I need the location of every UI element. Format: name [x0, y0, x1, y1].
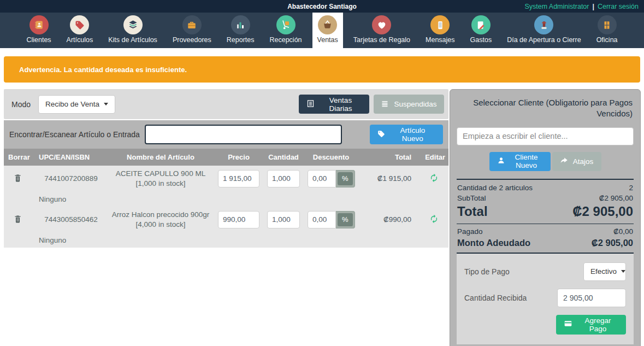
articulo-nuevo-label: Artículo Nuevo	[390, 126, 435, 143]
nav-item-label: Tarjetas de Regalo	[353, 36, 410, 44]
cliente-nuevo-button[interactable]: Cliente Nuevo	[489, 152, 551, 171]
percent-toggle-button[interactable]: %	[336, 211, 355, 228]
total-value: ₡2 905,00	[572, 204, 633, 219]
logout-link[interactable]: Cerrar sesión	[598, 3, 639, 10]
separator: |	[592, 3, 594, 10]
adeudado-value: ₡2 905,00	[592, 238, 633, 248]
percent-toggle-button[interactable]: %	[336, 170, 355, 187]
nav-item-label: Gastos	[470, 36, 492, 44]
item-price-input[interactable]	[218, 170, 259, 187]
item-upc: 7443005850462	[39, 215, 103, 224]
item-qty-input[interactable]	[267, 170, 300, 187]
list-box-icon	[306, 99, 315, 109]
share-arrow-icon	[560, 156, 568, 166]
total-label: Total	[457, 204, 488, 219]
item-modifier: Ninguno	[39, 195, 103, 203]
edit-item-button[interactable]	[419, 173, 448, 184]
nav-item-tarjetas-de-regalo[interactable]: Tarjetas de Regalo	[348, 13, 415, 48]
item-stock-text: [4,000 in stock]	[136, 220, 186, 228]
tipo-pago-value: Efectivo	[590, 267, 617, 275]
nav-item-label: Reportes	[227, 36, 255, 44]
bar-chart-icon	[231, 15, 250, 34]
mode-select[interactable]: Recibo de Venta	[38, 95, 115, 114]
item-total: ₡1 915,00	[362, 174, 411, 183]
nav-item-kits[interactable]: Kits de Artículos	[103, 13, 162, 48]
find-item-input[interactable]	[145, 125, 342, 144]
ventas-diarias-label: Ventas Diarias	[320, 96, 362, 113]
item-qty-input[interactable]	[267, 211, 300, 228]
tag-icon	[70, 15, 89, 34]
header-borrar: Borrar	[4, 153, 31, 161]
warning-text: Advertencia. La cantidad deseada es insu…	[19, 66, 187, 74]
item-discount-input[interactable]	[308, 170, 336, 187]
item-total: ₡990,00	[362, 215, 411, 224]
nav-item-recepcion[interactable]: Recepción	[264, 13, 306, 48]
content-area: Advertencia. La cantidad deseada es insu…	[0, 48, 644, 346]
note-pencil-icon	[471, 15, 491, 34]
payment-box: Tipo de Pago Efectivo Cantidad Recibida …	[457, 253, 634, 344]
mode-label: Modo	[11, 100, 31, 109]
nav-item-articulos[interactable]: Artículos	[62, 13, 98, 48]
refresh-icon	[429, 173, 439, 184]
header-cantidad: Cantidad	[267, 153, 300, 161]
agregar-pago-button[interactable]: Agregar Pago	[556, 315, 626, 335]
nav-item-proveedores[interactable]: Proveedores	[168, 13, 216, 48]
item-name: ACEITE CAPULLO 900 ML [1,000 in stock]	[111, 169, 210, 188]
items-table-header: Borrar UPC/EAN/ISBN Nombre del Artículo …	[4, 149, 448, 166]
chevron-down-icon	[104, 103, 108, 105]
tipo-pago-label: Tipo de Pago	[464, 267, 510, 276]
item-stock-text: [1,000 in stock]	[136, 179, 186, 187]
nav-item-label: Kits de Artículos	[108, 36, 157, 44]
qty-value: 2	[629, 184, 633, 192]
suspendidas-button[interactable]: Suspendidas	[374, 95, 444, 114]
nav-item-label: Clientes	[26, 36, 51, 44]
item-discount-group: %	[308, 170, 355, 187]
select-customer-title: Seleccionar Cliente (Obligatorio para Pa…	[458, 97, 633, 120]
delete-item-button[interactable]	[4, 173, 31, 184]
basket-icon	[318, 15, 337, 34]
nav-item-ventas[interactable]: Ventas	[312, 13, 343, 48]
edit-item-button[interactable]	[419, 214, 448, 225]
sale-summary: Cantidad de 2 articulos 2 SubTotal ₡2 90…	[457, 179, 634, 253]
customer-search-input[interactable]	[457, 127, 634, 145]
atajos-button[interactable]: Atajos	[552, 152, 601, 171]
nav-item-label: Recepción	[269, 36, 302, 44]
find-item-label: Encontrar/Escanear Artículo o Entrada	[9, 130, 145, 139]
chevron-down-icon	[621, 270, 625, 273]
ventas-diarias-button[interactable]: Ventas Diarias	[299, 95, 369, 114]
cantidad-recibida-input[interactable]	[557, 289, 626, 307]
nav-item-label: Artículos	[67, 36, 93, 44]
nav-item-clientes[interactable]: Clientes	[21, 13, 56, 48]
agregar-pago-label: Agregar Pago	[577, 316, 618, 333]
nav-item-dia-apertura-cierre[interactable]: Día de Apertura o Cierre	[502, 13, 586, 48]
header-editar: Editar	[419, 153, 448, 161]
summary-total-row: Total ₡2 905,00	[457, 203, 634, 222]
find-item-row: Encontrar/Escanear Artículo o Entrada Ar…	[4, 120, 448, 149]
header-upc: UPC/EAN/ISBN	[39, 153, 103, 161]
articulo-nuevo-button[interactable]: Artículo Nuevo	[370, 125, 443, 144]
top-bar: Abastecedor Santiago System Administrato…	[0, 0, 644, 13]
item-discount-input[interactable]	[308, 211, 336, 228]
table-row: 7441007200889 ACEITE CAPULLO 900 ML [1,0…	[4, 166, 448, 191]
smartphone-icon	[430, 15, 450, 34]
summary-pagado-row: Pagado ₡0,00	[457, 226, 634, 237]
header-total: Total	[362, 153, 411, 161]
percent-label: %	[338, 172, 353, 185]
percent-label: %	[338, 213, 353, 226]
tipo-pago-select[interactable]: Efectivo	[583, 262, 626, 281]
nav-item-mensajes[interactable]: Mensajes	[421, 13, 460, 48]
nav-item-reportes[interactable]: Reportes	[222, 13, 259, 48]
user-link[interactable]: System Administrator	[524, 3, 589, 10]
delete-item-button[interactable]	[4, 214, 31, 225]
hand-truck-icon	[276, 15, 296, 34]
nav-item-gastos[interactable]: Gastos	[465, 13, 497, 48]
nav-item-oficina[interactable]: Oficina	[592, 13, 623, 48]
cliente-nuevo-label: Cliente Nuevo	[510, 153, 543, 169]
warning-banner: Advertencia. La cantidad deseada es insu…	[4, 56, 640, 83]
item-price-input[interactable]	[218, 211, 259, 228]
summary-qty-row: Cantidad de 2 articulos 2	[457, 183, 634, 193]
sale-area: Modo Recibo de Venta Ventas Diarias Susp…	[4, 89, 448, 248]
suspendidas-label: Suspendidas	[394, 100, 436, 108]
heart-icon	[372, 15, 391, 34]
nav-item-label: Proveedores	[173, 36, 211, 44]
